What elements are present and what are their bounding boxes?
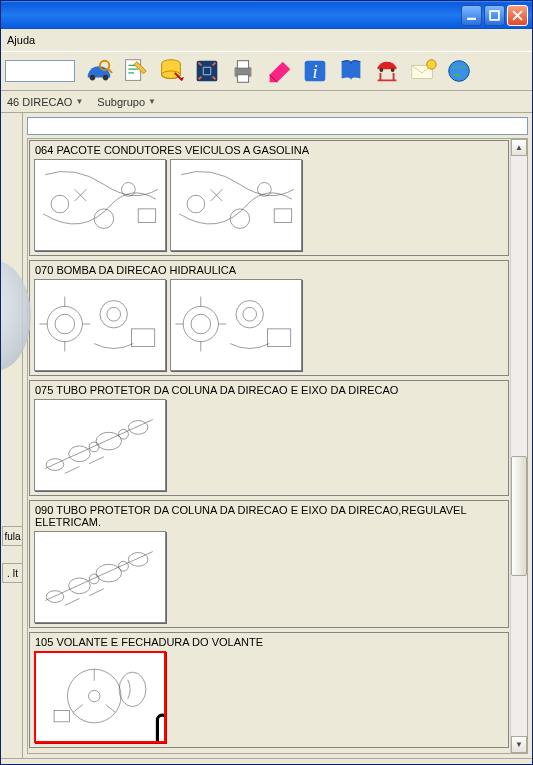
subgroup-title: 090 TUBO PROTETOR DA COLUNA DA DIRECAO E… (30, 501, 508, 531)
close-icon (512, 10, 523, 21)
subgroup-105: 105 VOLANTE E FECHADURA DO VOLANTE (29, 632, 509, 748)
svg-point-21 (51, 195, 69, 213)
info-button[interactable]: i (298, 54, 332, 88)
side-tab-2-label: . It (7, 568, 18, 579)
scroll-down-button[interactable]: ▼ (511, 736, 527, 753)
subgroup-064: 064 PACOTE CONDUTORES VEICULOS A GASOLIN… (29, 140, 509, 256)
status-bar (1, 758, 532, 764)
chevron-down-icon: ▼ (75, 97, 83, 106)
fullscreen-icon (192, 56, 222, 86)
menu-bar: Ajuda (1, 29, 532, 51)
vertical-scrollbar[interactable]: ▲ ▼ (510, 139, 527, 753)
svg-rect-28 (274, 209, 292, 223)
svg-rect-12 (237, 75, 248, 83)
svg-rect-1 (490, 11, 499, 20)
breadcrumb-group[interactable]: 46 DIRECAO ▼ (7, 96, 83, 108)
svg-point-22 (122, 183, 136, 197)
svg-point-31 (100, 301, 127, 328)
book-button[interactable] (334, 54, 368, 88)
svg-point-46 (69, 578, 91, 594)
print-icon (228, 56, 258, 86)
eraser-icon (264, 56, 294, 86)
svg-point-48 (128, 553, 148, 567)
print-button[interactable] (226, 54, 260, 88)
svg-rect-38 (267, 329, 290, 347)
svg-point-15 (380, 68, 384, 72)
diagram-thumb[interactable] (34, 399, 166, 491)
side-tab-1[interactable]: fula (2, 526, 22, 546)
body: fula . It 064 PACOTE CONDUTORES VEICULOS… (1, 113, 532, 758)
svg-point-30 (55, 314, 75, 334)
svg-point-43 (89, 442, 99, 452)
app-window: Ajuda (0, 0, 533, 765)
subgroup-090: 090 TUBO PROTETOR DA COLUNA DA DIRECAO E… (29, 500, 509, 628)
database-icon (156, 56, 186, 86)
svg-point-37 (243, 307, 257, 321)
svg-text:i: i (312, 61, 317, 82)
svg-point-52 (89, 690, 100, 701)
svg-point-29 (47, 306, 82, 341)
info-icon: i (300, 56, 330, 86)
chevron-down-icon: ▼ (148, 97, 156, 106)
svg-rect-0 (467, 17, 476, 19)
subgroup-title: 070 BOMBA DA DIRECAO HIDRAULICA (30, 261, 508, 279)
svg-point-49 (89, 574, 99, 584)
maximize-icon (489, 10, 500, 21)
svg-point-18 (427, 60, 436, 69)
minimize-icon (466, 10, 477, 21)
search-input[interactable] (27, 117, 528, 135)
subgroup-title: 064 PACOTE CONDUTORES VEICULOS A GASOLIN… (30, 141, 508, 159)
maximize-button[interactable] (484, 5, 505, 26)
diagram-thumb[interactable] (34, 651, 166, 743)
breadcrumb-subgroup-label: Subgrupo (97, 96, 145, 108)
car-lift-button[interactable] (370, 54, 404, 88)
mail-button[interactable] (406, 54, 440, 88)
svg-point-41 (96, 432, 121, 450)
database-button[interactable] (154, 54, 188, 88)
subgroup-070: 070 BOMBA DA DIRECAO HIDRAULICA (29, 260, 509, 376)
subgroup-title: 075 TUBO PROTETOR DA COLUNA DA DIRECAO E… (30, 381, 508, 399)
eraser-button[interactable] (262, 54, 296, 88)
globe-button[interactable] (442, 54, 476, 88)
svg-point-40 (69, 446, 91, 462)
minimize-button[interactable] (461, 5, 482, 26)
mail-icon (408, 56, 438, 86)
left-panel: fula . It (1, 113, 23, 758)
main-area: 064 PACOTE CONDUTORES VEICULOS A GASOLIN… (23, 113, 532, 758)
title-bar (1, 1, 532, 29)
svg-point-53 (119, 672, 146, 706)
globe-icon (444, 56, 474, 86)
toolbar-combo[interactable] (5, 60, 75, 82)
breadcrumb-bar: 46 DIRECAO ▼ Subgrupo ▼ (1, 91, 532, 113)
svg-point-39 (46, 459, 64, 471)
svg-point-26 (258, 183, 272, 197)
svg-rect-11 (237, 61, 248, 69)
menu-help[interactable]: Ajuda (7, 34, 35, 46)
svg-point-25 (187, 195, 205, 213)
diagram-thumb[interactable] (170, 279, 302, 371)
scroll-track[interactable] (511, 156, 527, 736)
scroll-thumb[interactable] (511, 456, 527, 576)
close-button[interactable] (507, 5, 528, 26)
diagram-thumb[interactable] (34, 531, 166, 623)
svg-rect-24 (138, 209, 156, 223)
diagram-thumb[interactable] (170, 159, 302, 251)
subgroup-075: 075 TUBO PROTETOR DA COLUNA DA DIRECAO E… (29, 380, 509, 496)
svg-point-47 (96, 564, 121, 582)
fullscreen-button[interactable] (190, 54, 224, 88)
side-tab-2[interactable]: . It (2, 563, 22, 583)
breadcrumb-group-label: 46 DIRECAO (7, 96, 72, 108)
svg-point-2 (90, 75, 96, 81)
scroll-up-button[interactable]: ▲ (511, 139, 527, 156)
svg-rect-33 (131, 329, 154, 347)
edit-note-button[interactable] (118, 54, 152, 88)
diagram-thumb[interactable] (34, 159, 166, 251)
diagram-thumb[interactable] (34, 279, 166, 371)
svg-point-36 (236, 301, 263, 328)
car-lift-icon (372, 56, 402, 86)
car-search-button[interactable] (82, 54, 116, 88)
edit-note-icon (120, 56, 150, 86)
breadcrumb-subgroup[interactable]: Subgrupo ▼ (97, 96, 156, 108)
book-icon (336, 56, 366, 86)
svg-rect-54 (54, 710, 69, 721)
